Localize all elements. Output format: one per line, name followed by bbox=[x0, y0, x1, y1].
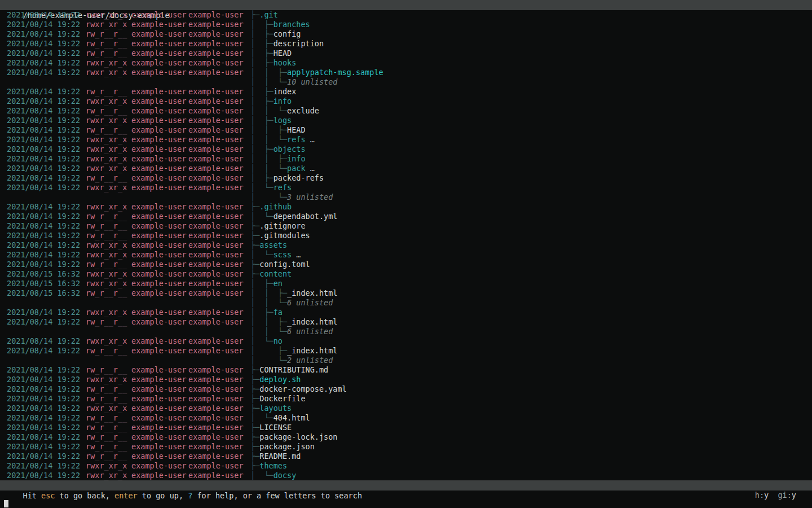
entry-group: example-user bbox=[188, 49, 244, 58]
tree-row[interactable]: 2021/08/14 19:22rwxr_xr_xexample-userexa… bbox=[0, 308, 812, 317]
tree-row[interactable]: 2021/08/14 19:22rwxr_xr_xexample-userexa… bbox=[0, 461, 812, 471]
entry-name[interactable]: CONTRIBUTING.md bbox=[259, 365, 328, 374]
tree-row[interactable]: 2021/08/14 19:22rw_r__r__example-userexa… bbox=[0, 423, 812, 432]
entry-name[interactable]: _index.html bbox=[287, 346, 337, 355]
tree-row[interactable]: 2021/08/14 19:22rw_r__r__example-userexa… bbox=[0, 212, 812, 221]
tree-row[interactable]: 2021/08/14 19:22rwxr_xr_xexample-userexa… bbox=[0, 154, 812, 164]
entry-name[interactable]: dependabot.yml bbox=[273, 212, 338, 221]
tree-row[interactable]: 2021/08/14 19:22rw_r__r__example-userexa… bbox=[0, 173, 812, 183]
entry-name[interactable]: _index.html bbox=[287, 288, 337, 297]
tree-row[interactable]: 2021/08/14 19:22rwxr_xr_xexample-userexa… bbox=[0, 164, 812, 173]
tree-row[interactable]: 2021/08/14 19:22rwxr_xr_xexample-userexa… bbox=[0, 58, 812, 68]
tree-row[interactable]: 2021/08/14 19:22rwxr_xr_xexample-userexa… bbox=[0, 183, 812, 192]
tree-row[interactable]: 2021/08/15 16:32rwxr_xr_xexample-userexa… bbox=[0, 279, 812, 288]
entry-name[interactable]: refs bbox=[273, 183, 292, 192]
entry-name[interactable]: themes bbox=[259, 461, 287, 470]
tree-row[interactable]: 2021/08/14 19:22rw_r__r__example-userexa… bbox=[0, 442, 812, 452]
tree-row[interactable]: 2021/08/14 19:22rwxr_xr_xexample-userexa… bbox=[0, 68, 812, 77]
entry-name[interactable]: package-lock.json bbox=[259, 432, 337, 441]
tree-row[interactable]: 2021/08/14 19:22rwxr_xr_xexample-userexa… bbox=[0, 144, 812, 154]
entry-name[interactable]: scss bbox=[273, 250, 292, 259]
tree-row[interactable]: 2021/08/14 19:22rw_r__r__example-userexa… bbox=[0, 317, 812, 327]
entry-name[interactable]: config bbox=[273, 29, 301, 38]
entry-name[interactable]: applypatch-msg.sample bbox=[287, 68, 383, 77]
tree-row[interactable]: 2021/08/14 19:22rwxr_xr_xexample-userexa… bbox=[0, 202, 812, 212]
tree-row[interactable]: 2021/08/14 19:22rw_r__r__example-userexa… bbox=[0, 452, 812, 461]
tree-row[interactable]: 2021/08/14 19:22rwxr_xr_xexample-userexa… bbox=[0, 135, 812, 144]
search-input-line[interactable] bbox=[0, 500, 812, 508]
flag-value: y bbox=[792, 491, 796, 500]
entry-name[interactable]: .gitmodules bbox=[259, 231, 310, 240]
tree-row[interactable]: │ └─2 unlisted bbox=[0, 356, 812, 365]
entry-name[interactable]: objects bbox=[273, 144, 306, 154]
entry-name[interactable]: Dockerfile bbox=[259, 394, 305, 403]
root-path-row[interactable]: /home/example-user/docsy-example bbox=[0, 0, 812, 10]
entry-name[interactable]: en bbox=[273, 279, 283, 288]
entry-name[interactable]: pack bbox=[287, 164, 306, 173]
tree-row[interactable]: 2021/08/14 19:22rw_r__r__example-userexa… bbox=[0, 413, 812, 423]
tree-row[interactable]: 2021/08/14 19:22rw_r__r__example-userexa… bbox=[0, 49, 812, 58]
entry-name[interactable]: refs bbox=[287, 135, 306, 144]
tree-row[interactable]: 2021/08/14 19:22rwxr_xr_xexample-userexa… bbox=[0, 336, 812, 346]
entry-name[interactable]: packed-refs bbox=[273, 173, 324, 182]
entry-name[interactable]: content bbox=[259, 269, 292, 278]
entry-name[interactable]: description bbox=[273, 39, 324, 48]
tree-row[interactable]: 2021/08/14 19:22rw_r__r__example-userexa… bbox=[0, 87, 812, 97]
entry-name[interactable]: logs bbox=[273, 116, 292, 125]
tree-row[interactable]: 2021/08/14 19:22rw_r__r__example-userexa… bbox=[0, 29, 812, 39]
entry-name[interactable]: LICENSE bbox=[259, 423, 292, 432]
entry-name[interactable]: package.json bbox=[259, 442, 315, 451]
tree-row[interactable]: │ └─3 unlisted bbox=[0, 192, 812, 202]
entry-name[interactable]: .github bbox=[259, 202, 292, 211]
tree-row[interactable]: 2021/08/14 19:22rw_r__r__example-userexa… bbox=[0, 125, 812, 135]
tree-row[interactable]: 2021/08/14 19:22rwxr_xr_xexample-userexa… bbox=[0, 97, 812, 106]
tree-row[interactable]: 2021/08/14 19:22rwxr_xr_xexample-userexa… bbox=[0, 116, 812, 125]
entry-name[interactable]: layouts bbox=[259, 404, 292, 413]
entry-permissions: rwxr_xr_x bbox=[86, 58, 127, 68]
tree-row[interactable]: 2021/08/14 19:22rw_r__r__example-userexa… bbox=[0, 346, 812, 356]
entry-name[interactable]: deploy.sh bbox=[259, 375, 301, 384]
entry-owner: example-user bbox=[131, 260, 187, 269]
tree-row[interactable]: 2021/08/14 19:22rw_r__r__example-userexa… bbox=[0, 432, 812, 442]
tree-row[interactable]: 2021/08/14 19:22rw_r__r__example-userexa… bbox=[0, 221, 812, 231]
tree-row[interactable]: 2021/08/14 19:22rwxr_xr_xexample-userexa… bbox=[0, 10, 812, 20]
entry-name[interactable]: branches bbox=[273, 20, 310, 29]
entry-name[interactable]: info bbox=[273, 97, 292, 106]
entry-name[interactable]: docsy bbox=[273, 471, 297, 480]
tree-row[interactable]: 2021/08/14 19:22rwxr_xr_xexample-userexa… bbox=[0, 240, 812, 250]
entry-name[interactable]: index bbox=[273, 87, 297, 96]
entry-name[interactable]: no bbox=[273, 336, 283, 345]
entry-name[interactable]: .gitignore bbox=[259, 221, 305, 230]
tree-row[interactable]: 2021/08/14 19:22rw_r__r__example-userexa… bbox=[0, 260, 812, 269]
tree-row[interactable]: │ │ └─6 unlisted bbox=[0, 298, 812, 308]
tree-row[interactable]: 2021/08/14 19:22rw_r__r__example-userexa… bbox=[0, 394, 812, 404]
tree-row[interactable]: 2021/08/15 16:32rwxr_xr_xexample-userexa… bbox=[0, 269, 812, 279]
tree-row[interactable]: 2021/08/14 19:22rw_r__r__example-userexa… bbox=[0, 106, 812, 116]
entry-name[interactable]: .git bbox=[259, 10, 278, 19]
tree-row[interactable]: │ │ └─6 unlisted bbox=[0, 327, 812, 336]
entry-name[interactable]: 404.html bbox=[273, 413, 310, 422]
tree-row[interactable]: 2021/08/14 19:22rwxr_xr_xexample-userexa… bbox=[0, 471, 812, 480]
tree-row[interactable]: 2021/08/14 19:22rwxr_xr_xexample-userexa… bbox=[0, 250, 812, 260]
entry-name[interactable]: fa bbox=[273, 308, 283, 317]
entry-name[interactable]: HEAD bbox=[273, 49, 292, 58]
tree-row[interactable]: 2021/08/14 19:22rwxr_xr_xexample-userexa… bbox=[0, 375, 812, 384]
entry-name[interactable]: HEAD bbox=[287, 125, 306, 134]
tree-row[interactable]: 2021/08/14 19:22rw_r__r__example-userexa… bbox=[0, 365, 812, 375]
tree-row[interactable]: 2021/08/14 19:22rwxr_xr_xexample-userexa… bbox=[0, 20, 812, 29]
entry-name[interactable]: assets bbox=[259, 240, 287, 249]
tree-row[interactable]: 2021/08/14 19:22rwxr_xr_xexample-userexa… bbox=[0, 404, 812, 413]
entry-name[interactable]: info bbox=[287, 154, 306, 163]
tree-line-glyphs: ├─ bbox=[250, 269, 259, 278]
tree-row[interactable]: 2021/08/14 19:22rw_r__r__example-userexa… bbox=[0, 231, 812, 240]
tree-row[interactable]: │ │ └─10 unlisted bbox=[0, 77, 812, 87]
entry-name[interactable]: exclude bbox=[287, 106, 319, 115]
entry-name[interactable]: README.md bbox=[259, 452, 301, 461]
tree-row[interactable]: 2021/08/14 19:22rw_r__r__example-userexa… bbox=[0, 384, 812, 394]
tree-row[interactable]: 2021/08/15 16:32rw_r__r__example-userexa… bbox=[0, 288, 812, 298]
entry-name[interactable]: _index.html bbox=[287, 317, 337, 326]
entry-name[interactable]: hooks bbox=[273, 58, 297, 67]
tree-row[interactable]: 2021/08/14 19:22rw_r__r__example-userexa… bbox=[0, 39, 812, 49]
entry-name[interactable]: config.toml bbox=[259, 260, 310, 269]
entry-name[interactable]: docker-compose.yaml bbox=[259, 384, 346, 393]
